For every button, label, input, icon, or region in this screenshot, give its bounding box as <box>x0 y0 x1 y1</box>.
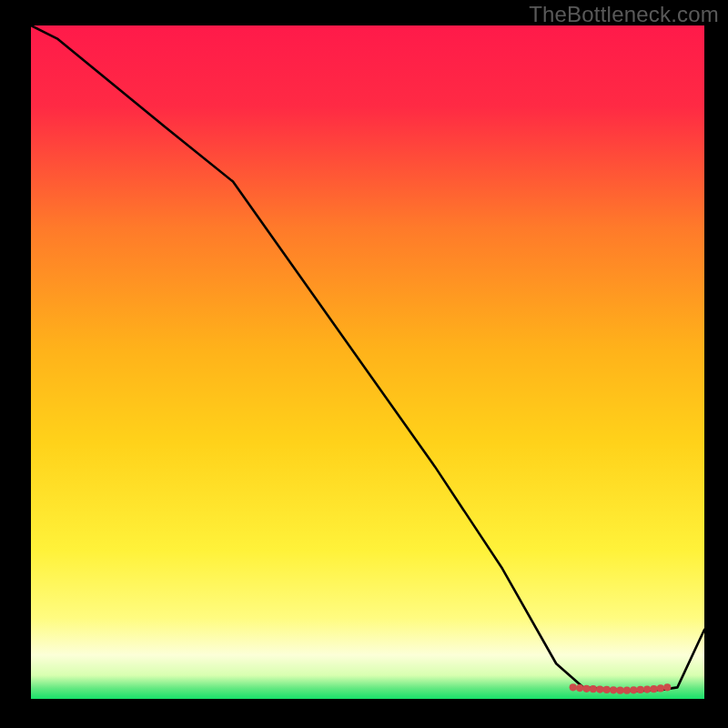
optimal-dot <box>663 683 671 691</box>
optimal-dot <box>603 686 611 693</box>
bottleneck-curve <box>31 25 704 691</box>
optimal-dot <box>623 687 631 694</box>
optimal-dot <box>576 684 583 692</box>
optimal-dot <box>657 684 664 692</box>
optimal-dot <box>590 685 597 693</box>
optimal-dot <box>596 685 603 693</box>
optimal-zone-dots <box>570 683 672 694</box>
curve-layer <box>31 25 704 704</box>
optimal-dot <box>610 686 617 693</box>
optimal-dot <box>570 683 577 691</box>
optimal-dot <box>637 686 644 693</box>
watermark-text: TheBottleneck.com <box>529 2 719 27</box>
plot-area <box>31 25 704 704</box>
optimal-dot <box>630 686 637 693</box>
chart-frame: TheBottleneck.com <box>0 0 728 728</box>
optimal-dot <box>582 685 590 693</box>
optimal-dot <box>616 687 623 694</box>
optimal-dot <box>643 685 651 693</box>
optimal-dot <box>650 685 657 693</box>
